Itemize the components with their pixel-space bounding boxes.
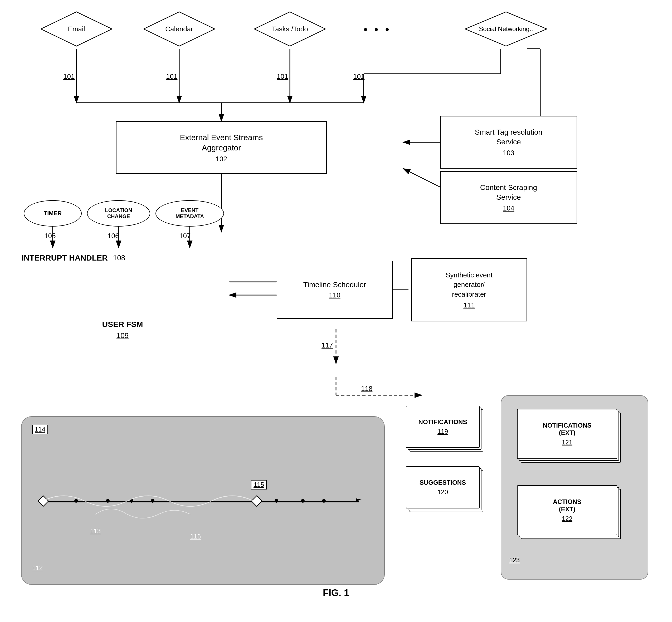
event-meta-ellipse: EVENTMETADATA [156,200,224,227]
ref-118: 118 [361,385,372,393]
calendar-diamond: Calendar [142,10,216,47]
ref-117: 117 [322,341,333,349]
location-ellipse: LOCATIONCHANGE [87,200,150,227]
ref-101-tasks: 101 [277,72,288,81]
location-label: LOCATIONCHANGE [105,207,132,219]
ref-123: 123 [509,556,520,564]
ref-114: 114 [32,425,48,434]
aggregator-label: External Event StreamsAggregator [180,132,263,153]
timer-label: TIMER [44,210,62,217]
timeline-section: 114 1 [21,416,385,585]
ref-111: 111 [463,301,475,309]
ref-110: 110 [329,291,340,299]
social-diamond: Social Networking.. [464,10,548,47]
synthetic-box: Synthetic eventgenerator/recalibrater 11… [411,258,527,321]
ref-107: 107 [179,232,191,240]
fig-caption: FIG. 1 [0,587,672,601]
ref-108: 108 [113,254,126,262]
tasks-diamond: Tasks /Todo [253,10,327,47]
smart-tag-box: Smart Tag resolutionService 103 [440,116,577,169]
event-meta-label: EVENTMETADATA [175,207,204,219]
ref-105: 105 [44,232,56,240]
ref-115: 115 [251,480,267,489]
ref-113: 113 [90,527,101,535]
content-scraping-ref: 104 [503,204,514,212]
svg-line-11 [403,169,440,187]
timeline-scheduler-box: Timeline Scheduler 110 [277,261,393,319]
tasks-label: Tasks /Todo [272,25,308,33]
timer-ellipse: TIMER [24,200,82,227]
ref-101-social: 101 [353,72,365,81]
ref-101-email: 101 [63,72,75,81]
smart-tag-label: Smart Tag resolutionService [475,128,542,147]
ref-112: 112 [32,564,43,572]
ext-section: NOTIFICATIONS(EXT) 121 ACTIONS(EXT) 122 … [501,395,648,580]
ref-116: 116 [190,533,201,540]
ref-109: 109 [116,332,129,340]
interrupt-handler-box: INTERRUPT HANDLER 108 USER FSM 109 [16,248,229,395]
diagram: Email Calendar Tasks /Todo • • • Social … [0,0,672,622]
ref-122: 122 [562,515,572,522]
aggregator-box: External Event StreamsAggregator 102 [116,121,327,174]
actions-ext-label: ACTIONS(EXT) [553,498,581,513]
interrupt-label: INTERRUPT HANDLER [22,253,108,263]
user-fsm-label: USER FSM [102,320,143,329]
content-scraping-box: Content ScrapingService 104 [440,171,577,224]
ref-119: 119 [437,428,448,435]
suggestions-label: SUGGESTIONS [419,479,466,486]
ref-120: 120 [437,488,448,496]
ref-106: 106 [107,232,119,240]
ref-101-calendar: 101 [166,72,177,81]
content-scraping-label: Content ScrapingService [480,183,537,202]
smart-tag-ref: 103 [503,149,514,157]
synthetic-label: Synthetic eventgenerator/recalibrater [446,270,493,299]
timeline-scheduler-label: Timeline Scheduler [303,281,366,289]
email-label: Email [68,25,85,33]
social-label: Social Networking.. [479,25,533,33]
dots-label: • • • [364,24,391,36]
ref-121: 121 [562,439,572,446]
aggregator-ref: 102 [215,155,227,163]
email-diamond: Email [39,10,113,47]
calendar-label: Calendar [165,25,193,33]
notifications-ext-label: NOTIFICATIONS(EXT) [543,422,592,437]
notifications-label: NOTIFICATIONS [418,418,467,426]
